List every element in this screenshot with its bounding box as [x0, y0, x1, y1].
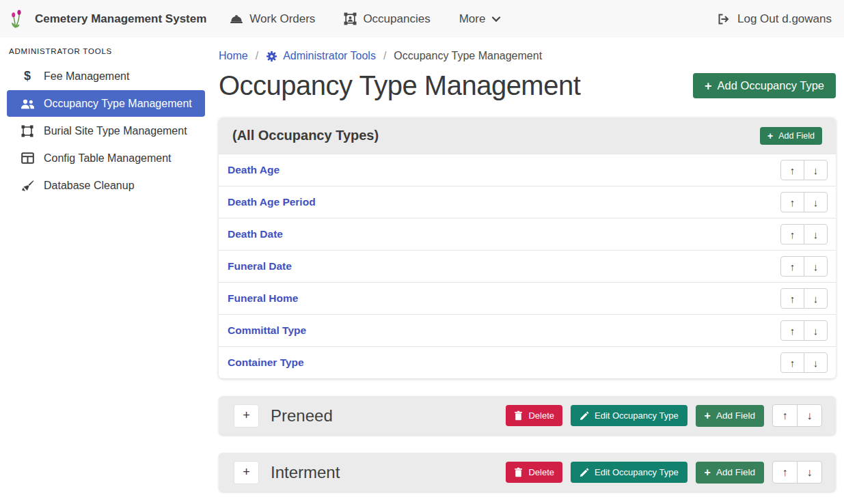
main-nav: Work Orders Occupancies More	[230, 12, 501, 26]
edit-occupancy-type-button[interactable]: Edit Occupancy Type	[571, 462, 688, 483]
nav-work-orders[interactable]: Work Orders	[230, 12, 315, 26]
logout-button[interactable]: Log Out d.gowans	[717, 12, 834, 26]
move-down-button[interactable]: ↓	[804, 160, 828, 180]
breadcrumb-administrator-tools[interactable]: Administrator Tools	[266, 50, 376, 62]
section-actions: Delete Edit Occupancy Type + Add Field	[506, 404, 822, 427]
move-down-button[interactable]: ↓	[797, 461, 822, 484]
table-icon	[20, 152, 35, 164]
reorder-buttons: ↑ ↓	[772, 461, 822, 484]
field-link-container-type[interactable]: Container Type	[228, 356, 304, 369]
breadcrumb: Home / Administrat	[219, 50, 836, 62]
field-link-death-age-period[interactable]: Death Age Period	[228, 196, 316, 208]
arrow-down-icon: ↓	[813, 165, 819, 176]
pencil-icon	[580, 468, 589, 477]
button-label: Edit Occupancy Type	[595, 410, 679, 421]
nav-occupancies[interactable]: Occupancies	[344, 12, 430, 26]
move-up-button[interactable]: ↑	[780, 192, 804, 212]
field-link-death-age[interactable]: Death Age	[228, 164, 280, 176]
reorder-buttons: ↑ ↓	[780, 320, 828, 341]
section-actions: Delete Edit Occupancy Type + Add Field	[506, 461, 822, 484]
page-header: Occupancy Type Management + Add Occupanc…	[219, 70, 836, 101]
field-row: Death Age Period ↑ ↓	[219, 186, 836, 218]
section-title: Preneed	[271, 406, 333, 425]
plus-icon: +	[243, 408, 250, 423]
move-up-button[interactable]: ↑	[780, 288, 804, 309]
add-field-button[interactable]: + Add Field	[696, 462, 764, 484]
sidebar-item-fee-management[interactable]: $ Fee Management	[7, 63, 205, 89]
main-content: Home / Administrat	[212, 38, 844, 504]
nav-label: Occupancies	[363, 12, 430, 26]
sidebar-item-config-table-management[interactable]: Config Table Management	[7, 145, 205, 171]
arrow-down-icon: ↓	[807, 410, 813, 422]
breadcrumb-separator: /	[256, 50, 258, 62]
logout-icon	[717, 13, 731, 25]
sidebar-item-label: Fee Management	[44, 70, 129, 83]
breadcrumb-label: Administrator Tools	[283, 50, 376, 62]
add-occupancy-type-button[interactable]: + Add Occupancy Type	[693, 73, 836, 98]
users-icon	[20, 98, 35, 109]
field-link-funeral-home[interactable]: Funeral Home	[228, 292, 298, 305]
sidebar-item-label: Database Cleanup	[44, 180, 135, 192]
move-down-button[interactable]: ↓	[804, 256, 828, 277]
delete-button[interactable]: Delete	[506, 462, 562, 483]
move-up-button[interactable]: ↑	[780, 224, 804, 244]
plus-icon: +	[705, 410, 711, 421]
move-down-button[interactable]: ↓	[804, 224, 828, 244]
move-up-button[interactable]: ↑	[780, 256, 804, 277]
reorder-buttons: ↑ ↓	[780, 256, 828, 277]
sidebar-item-database-cleanup[interactable]: Database Cleanup	[7, 172, 205, 199]
broom-icon	[20, 180, 35, 192]
move-up-button[interactable]: ↑	[772, 461, 798, 484]
arrow-up-icon: ↑	[782, 410, 788, 422]
move-up-button[interactable]: ↑	[780, 352, 804, 373]
breadcrumb-current: Occupancy Type Management	[394, 50, 542, 62]
arrow-down-icon: ↓	[813, 293, 819, 305]
field-link-death-date[interactable]: Death Date	[228, 228, 283, 240]
nav-more[interactable]: More	[459, 12, 502, 26]
field-link-funeral-date[interactable]: Funeral Date	[228, 260, 292, 272]
expand-section-button[interactable]: +	[234, 461, 259, 484]
move-up-button[interactable]: ↑	[780, 160, 804, 180]
move-down-button[interactable]: ↓	[804, 320, 828, 341]
occupancy-type-section-interment: + Interment Delete	[219, 453, 836, 492]
reorder-buttons: ↑ ↓	[780, 352, 828, 373]
reorder-buttons: ↑ ↓	[772, 404, 822, 427]
move-up-button[interactable]: ↑	[772, 404, 798, 427]
all-occupancy-types-card: (All Occupancy Types) + Add Field Death …	[219, 117, 836, 378]
breadcrumb-home[interactable]: Home	[219, 50, 248, 62]
field-row: Container Type ↑ ↓	[219, 346, 836, 378]
button-label: Add Field	[778, 131, 815, 141]
field-link-committal-type[interactable]: Committal Type	[228, 324, 306, 337]
edit-occupancy-type-button[interactable]: Edit Occupancy Type	[571, 405, 688, 426]
page-title: Occupancy Type Management	[219, 70, 580, 101]
arrow-down-icon: ↓	[807, 466, 813, 479]
nav-label: Work Orders	[249, 12, 315, 26]
sidebar-item-label: Occupancy Type Management	[44, 98, 192, 110]
button-label: Add Field	[716, 467, 755, 477]
logout-label: Log Out d.gowans	[737, 12, 832, 26]
sidebar-item-occupancy-type-management[interactable]: Occupancy Type Management	[7, 90, 205, 117]
sidebar-heading: ADMINISTRATOR TOOLS	[0, 43, 212, 62]
add-field-button[interactable]: + Add Field	[696, 405, 764, 427]
arrow-up-icon: ↑	[790, 197, 795, 208]
move-down-button[interactable]: ↓	[804, 288, 828, 309]
arrow-up-icon: ↑	[790, 229, 795, 240]
arrow-down-icon: ↓	[813, 357, 819, 369]
section-title: Interment	[271, 463, 340, 482]
gear-icon	[266, 51, 277, 62]
move-down-button[interactable]: ↓	[804, 192, 828, 212]
add-field-button[interactable]: + Add Field	[760, 127, 822, 145]
arrow-up-icon: ↑	[790, 165, 795, 176]
plus-icon: +	[705, 80, 712, 92]
expand-section-button[interactable]: +	[234, 404, 259, 428]
arrow-up-icon: ↑	[790, 357, 795, 369]
delete-button[interactable]: Delete	[506, 405, 562, 426]
move-up-button[interactable]: ↑	[780, 320, 804, 341]
sidebar-item-burial-site-type-management[interactable]: Burial Site Type Management	[7, 117, 205, 144]
brand-title: Cemetery Management System	[35, 12, 206, 26]
field-row: Death Age ↑ ↓	[219, 154, 836, 186]
move-down-button[interactable]: ↓	[797, 404, 822, 427]
reorder-buttons: ↑ ↓	[780, 288, 828, 309]
move-down-button[interactable]: ↓	[804, 352, 828, 373]
app-brand[interactable]: Cemetery Management System	[10, 8, 206, 30]
